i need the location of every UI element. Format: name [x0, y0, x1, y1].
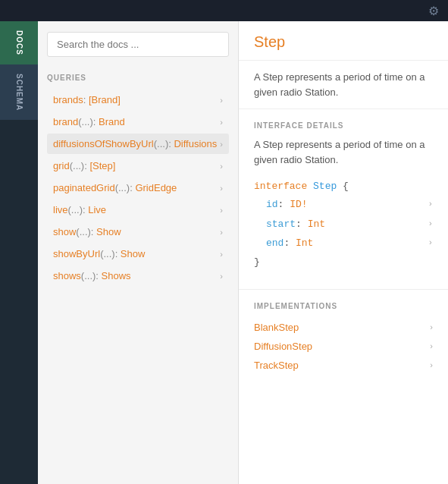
query-chevron-icon: ›: [220, 118, 223, 127]
query-type: Show: [121, 248, 146, 259]
sidebar-tab-docs[interactable]: DOCS: [0, 21, 38, 64]
implementations-list: BlankStep›DiffusionStep›TrackStep›: [254, 318, 433, 375]
query-type: Show: [96, 226, 121, 237]
query-text: showByUrl(...): Show: [53, 248, 217, 259]
field-chevron-icon: ›: [428, 197, 433, 212]
code-close-brace: }: [254, 253, 260, 271]
code-block: interface Step { id: ID!›start: Int›end:…: [254, 178, 433, 271]
sidebar-docs-label: DOCS: [15, 30, 23, 55]
sidebar-schema-label: SCHEMA: [15, 74, 23, 111]
impl-item[interactable]: BlankStep›: [254, 318, 433, 337]
query-name: brands: [53, 94, 83, 105]
code-field-row[interactable]: end: Int›: [254, 234, 433, 253]
impl-name: DiffusionStep: [254, 341, 312, 352]
field-name: end: [266, 237, 284, 249]
query-item[interactable]: live(...): Live›: [47, 200, 229, 220]
search-input[interactable]: [47, 32, 229, 57]
query-item[interactable]: brand(...): Brand›: [47, 112, 229, 132]
query-text: paginatedGrid(...): GridEdge: [53, 182, 217, 193]
queries-section: QUERIES brands: [Brand]›brand(...): Bran…: [38, 68, 238, 484]
query-item[interactable]: showByUrl(...): Show›: [47, 244, 229, 264]
field-name: start: [266, 218, 296, 230]
query-text: live(...): Live: [53, 204, 217, 215]
field-type: Int: [296, 237, 313, 249]
code-type-name: Step: [313, 178, 337, 195]
field-separator: :: [296, 218, 308, 230]
query-item[interactable]: grid(...): [Step]›: [47, 156, 229, 176]
interface-details-label: INTERFACE DETAILS: [254, 121, 433, 130]
query-colon: :: [83, 94, 89, 105]
query-type: [Brand]: [89, 94, 121, 105]
query-item[interactable]: show(...): Show›: [47, 222, 229, 242]
gear-icon[interactable]: ⚙: [428, 4, 439, 18]
impl-item[interactable]: TrackStep›: [254, 356, 433, 375]
field-name: id: [266, 199, 278, 210]
query-text: show(...): Show: [53, 226, 217, 237]
queries-section-label: QUERIES: [47, 68, 229, 90]
implementations-section: IMPLEMENTATIONS BlankStep›DiffusionStep›…: [239, 289, 448, 387]
interface-description: A Step represents a period of time on a …: [254, 137, 433, 167]
right-title: Step: [254, 33, 433, 51]
field-chevron-icon: ›: [428, 217, 433, 232]
query-args: (...): [70, 160, 85, 171]
query-item[interactable]: diffusionsOfShowByUrl(...): Diffusions›: [47, 134, 229, 154]
field-exclaim: !: [302, 199, 308, 210]
right-description: A Step represents a period of time on a …: [239, 61, 448, 109]
field-chevron-icon: ›: [428, 236, 433, 251]
query-name: showByUrl: [53, 248, 100, 259]
right-header: Step: [239, 21, 448, 61]
query-colon: :: [96, 270, 101, 281]
query-text: brands: [Brand]: [53, 94, 217, 105]
query-type: GridEdge: [135, 182, 177, 193]
implementations-label: IMPLEMENTATIONS: [254, 293, 433, 318]
query-args: (...): [100, 248, 115, 259]
left-sidebar: DOCS SCHEMA: [0, 21, 38, 484]
query-chevron-icon: ›: [220, 206, 223, 215]
query-text: grid(...): [Step]: [53, 160, 217, 171]
query-item[interactable]: brands: [Brand]›: [47, 90, 229, 110]
top-bar: ⚙: [0, 0, 448, 21]
queries-list: brands: [Brand]›brand(...): Brand›diffus…: [47, 90, 229, 286]
query-args: (...): [154, 138, 169, 149]
query-args: (...): [115, 182, 130, 193]
query-chevron-icon: ›: [220, 272, 223, 281]
query-chevron-icon: ›: [220, 250, 223, 259]
query-type: Diffusions: [174, 138, 217, 149]
query-item[interactable]: shows(...): Shows›: [47, 266, 229, 286]
query-item[interactable]: paginatedGrid(...): GridEdge›: [47, 178, 229, 198]
query-name: show: [53, 226, 76, 237]
query-name: brand: [53, 116, 78, 127]
query-name: shows: [53, 270, 81, 281]
query-name: grid: [53, 160, 70, 171]
query-colon: :: [91, 226, 96, 237]
middle-panel: QUERIES brands: [Brand]›brand(...): Bran…: [38, 21, 239, 484]
search-container: [38, 21, 238, 68]
field-content: start: Int: [266, 215, 325, 233]
query-args: (...): [81, 270, 96, 281]
query-chevron-icon: ›: [220, 140, 223, 149]
query-chevron-icon: ›: [220, 184, 223, 193]
query-args: (...): [68, 204, 83, 215]
impl-chevron-icon: ›: [430, 360, 433, 369]
query-args: (...): [76, 226, 91, 237]
query-type: Brand: [99, 116, 125, 127]
query-name: diffusionsOfShowByUrl: [53, 138, 154, 149]
query-type: [Step]: [89, 160, 115, 171]
query-chevron-icon: ›: [220, 228, 223, 237]
query-chevron-icon: ›: [220, 162, 223, 171]
query-text: shows(...): Shows: [53, 270, 217, 281]
sidebar-tab-schema[interactable]: SCHEMA: [0, 64, 38, 120]
query-colon: :: [93, 116, 99, 127]
query-text: brand(...): Brand: [53, 116, 217, 127]
impl-item[interactable]: DiffusionStep›: [254, 337, 433, 356]
right-panel: Step A Step represents a period of time …: [239, 21, 448, 484]
impl-chevron-icon: ›: [430, 322, 433, 332]
query-colon: :: [115, 248, 121, 259]
field-content: end: Int: [266, 234, 313, 252]
query-chevron-icon: ›: [220, 96, 223, 105]
code-field-row[interactable]: start: Int›: [254, 215, 433, 234]
code-field-row[interactable]: id: ID!›: [254, 195, 433, 214]
query-text: diffusionsOfShowByUrl(...): Diffusions: [53, 138, 217, 149]
field-separator: :: [278, 199, 290, 210]
code-close-brace-line: }: [254, 253, 433, 271]
